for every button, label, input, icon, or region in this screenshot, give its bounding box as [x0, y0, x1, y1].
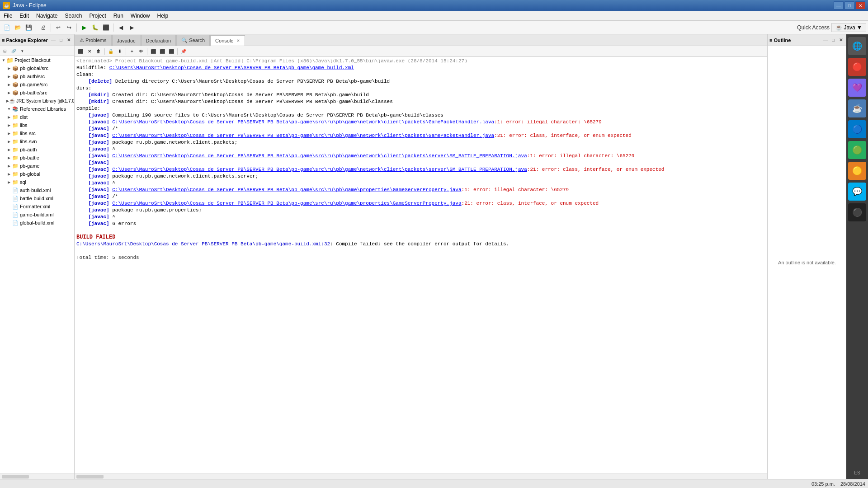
tree-item-global-build[interactable]: ▶ 📄 global-build.xml: [0, 219, 74, 227]
outline-maximize-btn[interactable]: □: [830, 37, 837, 44]
toolbar-stop[interactable]: ⬛: [101, 23, 111, 33]
tab-search[interactable]: 🔍 Search: [176, 35, 210, 46]
quick-access-button[interactable]: ☕ Java ▼: [831, 23, 866, 32]
error-link-1[interactable]: C:\Users\MauroSrt\Desktop\Cosas de Serve…: [112, 119, 494, 125]
tree-item-pb-auth-src[interactable]: ▶ 📦 pb-auth/src: [0, 72, 74, 80]
toolbar-next[interactable]: ▶: [127, 23, 137, 33]
tab-declaration[interactable]: Declaration: [141, 35, 176, 46]
outline-header: ≡ Outline — □ ✕: [768, 34, 846, 46]
menu-navigate[interactable]: Navigate: [33, 11, 61, 20]
dock-icon-green[interactable]: 🟢: [848, 141, 866, 159]
tree-item-libs-svn[interactable]: ▶ 📁 libs-svn: [0, 137, 74, 145]
toolbar-save[interactable]: 💾: [24, 23, 33, 33]
console-show-btn[interactable]: 👁: [137, 47, 145, 56]
sidebar-menu-btn[interactable]: ▾: [18, 47, 26, 55]
console-stdout-btn[interactable]: ⬛: [158, 47, 166, 56]
dock-icon-red[interactable]: 🔴: [848, 58, 866, 76]
tree-item-pb-global[interactable]: ▶ 📁 pb-global: [0, 170, 74, 178]
console-clear-btn[interactable]: 🗑: [94, 47, 103, 56]
outline-close-btn[interactable]: ✕: [837, 37, 844, 44]
console-new-btn[interactable]: +: [128, 47, 136, 56]
tab-javadoc[interactable]: Javadoc: [112, 35, 141, 46]
tree-item-jre[interactable]: ▶ ☕ JRE System Library [jdk1.7.0_...: [0, 97, 74, 105]
sidebar-minimize-btn[interactable]: —: [50, 37, 57, 44]
menu-help[interactable]: Help: [154, 11, 172, 20]
sidebar-maximize-btn[interactable]: □: [57, 37, 65, 44]
console-scroll-end-btn[interactable]: ⬇: [116, 47, 124, 56]
dock-icon-dark[interactable]: ⚫: [848, 203, 866, 221]
tree-item-battle-build[interactable]: ▶ 📄 battle-build.xml: [0, 194, 74, 202]
error-link-2[interactable]: C:\Users\MauroSrt\Desktop\Cosas de Serve…: [112, 133, 494, 138]
sidebar-scrollbar-thumb[interactable]: [2, 475, 29, 479]
tree-item-libs-src[interactable]: ▶ 📁 libs-src: [0, 129, 74, 137]
toolbar-prev[interactable]: ◀: [116, 23, 126, 33]
console-stdin-btn[interactable]: ⬛: [149, 47, 157, 56]
tab-problems[interactable]: ⚠ Problems: [75, 35, 112, 46]
minimize-button[interactable]: —: [834, 1, 844, 9]
console-scrollbar-h[interactable]: [75, 474, 767, 479]
error-link-5[interactable]: C:\Users\MauroSrt\Desktop\Cosas de Serve…: [112, 187, 461, 192]
dock-icon-skype[interactable]: 💬: [848, 183, 866, 201]
tree-item-game-build[interactable]: ▶ 📄 game-build.xml: [0, 211, 74, 219]
dock-icon-java[interactable]: ☕: [848, 99, 866, 117]
sidebar-close-btn[interactable]: ✕: [65, 37, 72, 44]
console-remove-btn[interactable]: ✕: [85, 47, 94, 56]
tree-item-auth-build[interactable]: ▶ 📄 auth-build.xml: [0, 186, 74, 194]
tree-item-pb-global-src[interactable]: ▶ 📦 pb-global/src: [0, 64, 74, 72]
tree-item-ref-libs[interactable]: ▼ 📚 Referenced Libraries: [0, 105, 74, 113]
toolbar-run[interactable]: ▶: [79, 23, 89, 33]
console-sep-4: [177, 48, 178, 55]
sidebar-collapse-btn[interactable]: ⊟: [1, 47, 9, 55]
error-link-3[interactable]: C:\Users\MauroSrt\Desktop\Cosas de Serve…: [112, 153, 527, 159]
tree-item-libs[interactable]: ▶ 📁 libs: [0, 121, 74, 129]
build-link[interactable]: C:\Users\MauroSrt\Desktop\Cosas de Serve…: [76, 241, 330, 247]
xml-icon-battle: 📄: [12, 195, 19, 202]
toolbar-debug[interactable]: 🐛: [90, 23, 100, 33]
tree-item-pb-auth[interactable]: ▶ 📁 pb-auth: [0, 145, 74, 154]
tree-item-formatter[interactable]: ▶ 📄 Formatter.xml: [0, 202, 74, 211]
buildfile-link[interactable]: C:\Users\MauroSrt\Desktop\Cosas de Serve…: [109, 65, 354, 70]
sidebar-scrollbar-h[interactable]: [0, 474, 74, 479]
dock-icon-vscode[interactable]: 🔵: [848, 120, 866, 138]
tree-item-dist[interactable]: ▶ 📁 dist: [0, 113, 74, 121]
folder-icon-pb-battle: 📁: [12, 154, 19, 161]
sidebar-link-btn[interactable]: 🔗: [9, 47, 18, 55]
console-error-1: [javac] C:\Users\MauroSrt\Desktop\Cosas …: [76, 119, 765, 126]
tree-item-pb-game-src[interactable]: ▶ 📦 pb-game/src: [0, 80, 74, 89]
console-terminate-btn[interactable]: ⬛: [76, 47, 85, 56]
tree-item-project[interactable]: ▼ 📁 Project Blackout: [0, 56, 74, 64]
dock-icon-orange[interactable]: 🟡: [848, 162, 866, 180]
tree-item-sql[interactable]: ▶ 📁 sql: [0, 178, 74, 186]
console-pin-btn[interactable]: 📌: [179, 47, 188, 56]
label-pb-game: pb-game: [20, 163, 39, 169]
error-link-6[interactable]: C:\Users\MauroSrt\Desktop\Cosas de Serve…: [112, 201, 461, 206]
tree-item-pb-game[interactable]: ▶ 📁 pb-game: [0, 162, 74, 170]
console-scroll-lock-btn[interactable]: 🔒: [107, 47, 115, 56]
tab-console[interactable]: Console ✕: [210, 35, 245, 46]
toolbar-new[interactable]: 📄: [2, 23, 12, 33]
menu-run[interactable]: Run: [110, 11, 127, 20]
close-button[interactable]: ✕: [855, 1, 865, 9]
dock-icon-purple[interactable]: 💜: [848, 79, 866, 97]
menu-search[interactable]: Search: [61, 11, 85, 20]
status-date: 28/08/2014: [840, 481, 865, 487]
window-controls[interactable]: — □ ✕: [834, 1, 865, 9]
tab-console-close[interactable]: ✕: [236, 38, 240, 43]
error-link-4[interactable]: C:\Users\MauroSrt\Desktop\Cosas de Serve…: [112, 167, 527, 172]
toolbar-print[interactable]: 🖨: [38, 23, 48, 33]
tree-item-pb-battle-src[interactable]: ▶ 📦 pb-battle/src: [0, 89, 74, 97]
menu-project[interactable]: Project: [85, 11, 109, 20]
toolbar-undo[interactable]: ↩: [53, 23, 63, 33]
menu-file[interactable]: File: [0, 11, 16, 20]
menu-window[interactable]: Window: [127, 11, 154, 20]
console-stderr-btn[interactable]: ⬛: [167, 47, 175, 56]
console-scrollbar-thumb[interactable]: [76, 475, 104, 479]
maximize-button[interactable]: □: [844, 1, 854, 9]
menu-edit[interactable]: Edit: [16, 11, 33, 20]
tree-item-pb-battle[interactable]: ▶ 📁 pb-battle: [0, 154, 74, 162]
toolbar-open[interactable]: 📂: [13, 23, 23, 33]
dock-icon-browser[interactable]: 🌐: [848, 37, 866, 55]
toolbar-redo[interactable]: ↪: [64, 23, 74, 33]
label-pb-game-src: pb-game/src: [20, 82, 47, 87]
outline-minimize-btn[interactable]: —: [822, 37, 829, 44]
